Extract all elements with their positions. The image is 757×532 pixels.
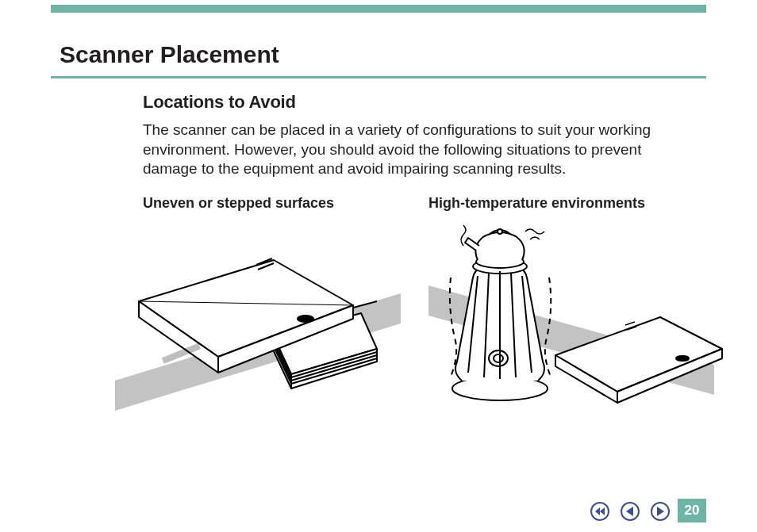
page-title: Scanner Placement	[60, 41, 279, 68]
title-divider	[51, 76, 706, 78]
svg-marker-34	[600, 507, 605, 515]
page-number: 20	[678, 499, 706, 522]
subheading-uneven: Uneven or stepped surfaces	[143, 195, 334, 212]
section-heading: Locations to Avoid	[143, 92, 296, 113]
subheading-high-temp: High-temperature environments	[428, 195, 645, 212]
svg-point-31	[676, 356, 689, 361]
svg-point-27	[498, 229, 502, 234]
svg-point-14	[298, 316, 313, 322]
triangle-right-icon	[651, 502, 670, 521]
previous-page-button[interactable]	[621, 502, 640, 521]
svg-marker-33	[595, 507, 600, 515]
first-page-button[interactable]	[590, 502, 609, 521]
rewind-icon	[590, 502, 609, 521]
top-bar	[51, 5, 706, 13]
svg-marker-38	[657, 507, 664, 516]
body-text: The scanner can be placed in a variety o…	[143, 121, 690, 179]
illustration-high-temp	[428, 222, 738, 412]
page-navigation	[590, 502, 670, 521]
illustration-uneven-surface	[107, 222, 417, 412]
svg-marker-36	[626, 507, 633, 516]
next-page-button[interactable]	[651, 502, 670, 521]
triangle-left-icon	[621, 502, 640, 521]
